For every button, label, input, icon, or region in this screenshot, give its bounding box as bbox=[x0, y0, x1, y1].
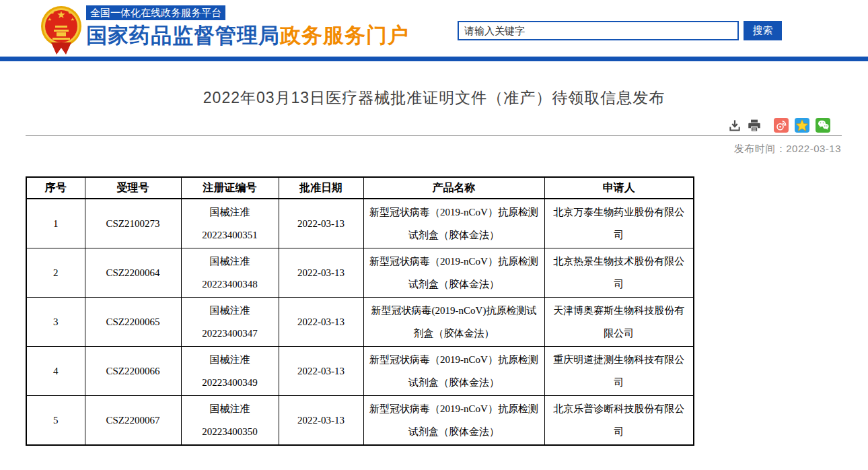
cell-cert-no: 国械注准 20223400348 bbox=[181, 248, 279, 298]
cert-number: 20223400348 bbox=[187, 273, 273, 296]
cell-seq: 1 bbox=[26, 199, 85, 248]
col-header-product-name: 产品名称 bbox=[363, 177, 544, 199]
cell-applicant: 北京乐普诊断科技股份有限公司 bbox=[544, 396, 694, 446]
cell-product-name: 新型冠状病毒（2019-nCoV）抗原检测试剂盒（胶体金法） bbox=[363, 396, 544, 446]
cell-acceptance-no: CSZ2100273 bbox=[85, 199, 181, 248]
col-header-approval-date: 批准日期 bbox=[279, 177, 363, 199]
approval-table-wrapper: 序号 受理号 注册证编号 批准日期 产品名称 申请人 1 CSZ2100273 … bbox=[26, 176, 694, 446]
cell-cert-no: 国械注准 20223400350 bbox=[181, 396, 279, 446]
cert-number: 20223400349 bbox=[187, 371, 273, 394]
table-row: 5 CSZ2200067 国械注准 20223400350 2022-03-13… bbox=[26, 396, 694, 446]
cert-number: 20223400350 bbox=[187, 420, 273, 443]
article-toolbar bbox=[728, 117, 830, 133]
search-button[interactable]: 搜索 bbox=[744, 21, 782, 40]
svg-text:★: ★ bbox=[71, 17, 75, 22]
cell-seq: 3 bbox=[26, 298, 85, 347]
svg-text:★: ★ bbox=[57, 9, 65, 20]
page-title: 2022年03月13日医疗器械批准证明文件（准产）待领取信息发布 bbox=[0, 88, 868, 108]
table-row: 4 CSZ2200066 国械注准 20223400349 2022-03-13… bbox=[26, 347, 694, 396]
cell-cert-no: 国械注准 20223400347 bbox=[181, 298, 279, 347]
cell-applicant: 重庆明道捷测生物科技有限公司 bbox=[544, 347, 694, 396]
site-brand[interactable]: 全国一体化在线政务服务平台 国家药品监督管理局政务服务门户 bbox=[86, 5, 409, 50]
print-icon[interactable] bbox=[748, 119, 761, 132]
col-header-seq: 序号 bbox=[26, 177, 85, 199]
site-header: ★ ★ ★ ★ ★ 全国一体化在线政务服务平台 国家药品监督管理局政务服务门户 … bbox=[0, 0, 868, 57]
national-emblem-logo: ★ ★ ★ ★ ★ bbox=[40, 3, 82, 55]
table-row: 2 CSZ2200064 国械注准 20223400348 2022-03-13… bbox=[26, 248, 694, 298]
platform-badge: 全国一体化在线政务服务平台 bbox=[86, 5, 225, 20]
cell-acceptance-no: CSZ2200065 bbox=[85, 298, 181, 347]
svg-text:★: ★ bbox=[50, 10, 55, 15]
cert-number: 20223400351 bbox=[187, 224, 273, 246]
cell-approval-date: 2022-03-13 bbox=[279, 199, 363, 248]
cell-applicant: 北京热景生物技术股份有限公司 bbox=[544, 248, 694, 298]
cell-acceptance-no: CSZ2200066 bbox=[85, 347, 181, 396]
cert-prefix: 国械注准 bbox=[187, 397, 273, 420]
cell-seq: 2 bbox=[26, 248, 85, 298]
cert-prefix: 国械注准 bbox=[187, 348, 273, 371]
cell-acceptance-no: CSZ2200067 bbox=[85, 396, 181, 446]
approval-table: 序号 受理号 注册证编号 批准日期 产品名称 申请人 1 CSZ2100273 … bbox=[26, 176, 694, 446]
cell-seq: 5 bbox=[26, 396, 85, 446]
publish-time-date: 2022-03-13 bbox=[786, 143, 841, 154]
svg-text:★: ★ bbox=[48, 17, 52, 22]
table-row: 1 CSZ2100273 国械注准 20223400351 2022-03-13… bbox=[26, 199, 694, 248]
col-header-acceptance-no: 受理号 bbox=[85, 177, 181, 199]
cell-approval-date: 2022-03-13 bbox=[279, 248, 363, 298]
cell-product-name: 新型冠状病毒（2019-nCoV）抗原检测试剂盒（胶体金法） bbox=[363, 248, 544, 298]
site-name: 国家药品监督管理局 bbox=[86, 24, 280, 47]
portal-name: 政务服务门户 bbox=[280, 24, 409, 47]
cert-prefix: 国械注准 bbox=[187, 299, 273, 322]
cell-acceptance-no: CSZ2200064 bbox=[85, 248, 181, 298]
cell-applicant: 天津博奥赛斯生物科技股份有限公司 bbox=[544, 298, 694, 347]
cell-product-name: 新型冠状病毒（2019-nCoV）抗原检测试剂盒（胶体金法） bbox=[363, 199, 544, 248]
publish-time-label: 发布时间： bbox=[734, 143, 787, 154]
search-input[interactable] bbox=[458, 21, 739, 40]
cert-prefix: 国械注准 bbox=[187, 201, 273, 224]
cell-seq: 4 bbox=[26, 347, 85, 396]
download-icon[interactable] bbox=[728, 119, 742, 132]
cell-cert-no: 国械注准 20223400349 bbox=[181, 347, 279, 396]
weibo-share-icon[interactable] bbox=[774, 118, 789, 133]
table-row: 3 CSZ2200065 国械注准 20223400347 2022-03-13… bbox=[26, 298, 694, 347]
publish-time: 发布时间：2022-03-13 bbox=[734, 143, 841, 156]
cell-applicant: 北京万泰生物药业股份有限公司 bbox=[544, 199, 694, 248]
content-divider-line bbox=[26, 135, 842, 136]
cell-cert-no: 国械注准 20223400351 bbox=[181, 199, 279, 248]
cell-product-name: 新型冠状病毒(2019-nCoV)抗原检测试剂盒（胶体金法） bbox=[363, 298, 544, 347]
cell-approval-date: 2022-03-13 bbox=[279, 347, 363, 396]
cert-prefix: 国械注准 bbox=[187, 250, 273, 273]
search-box: 搜索 bbox=[458, 21, 782, 40]
cell-approval-date: 2022-03-13 bbox=[279, 298, 363, 347]
cell-product-name: 新型冠状病毒（2019-nCoV）抗原检测试剂盒（胶体金法） bbox=[363, 347, 544, 396]
table-header-row: 序号 受理号 注册证编号 批准日期 产品名称 申请人 bbox=[26, 177, 694, 199]
col-header-cert-no: 注册证编号 bbox=[181, 177, 279, 199]
cell-approval-date: 2022-03-13 bbox=[279, 396, 363, 446]
svg-text:★: ★ bbox=[68, 10, 72, 15]
cert-number: 20223400347 bbox=[187, 322, 273, 345]
qzone-share-icon[interactable] bbox=[795, 118, 809, 133]
col-header-applicant: 申请人 bbox=[544, 177, 694, 199]
wechat-share-icon[interactable] bbox=[816, 118, 830, 133]
header-divider-bar bbox=[0, 57, 868, 61]
